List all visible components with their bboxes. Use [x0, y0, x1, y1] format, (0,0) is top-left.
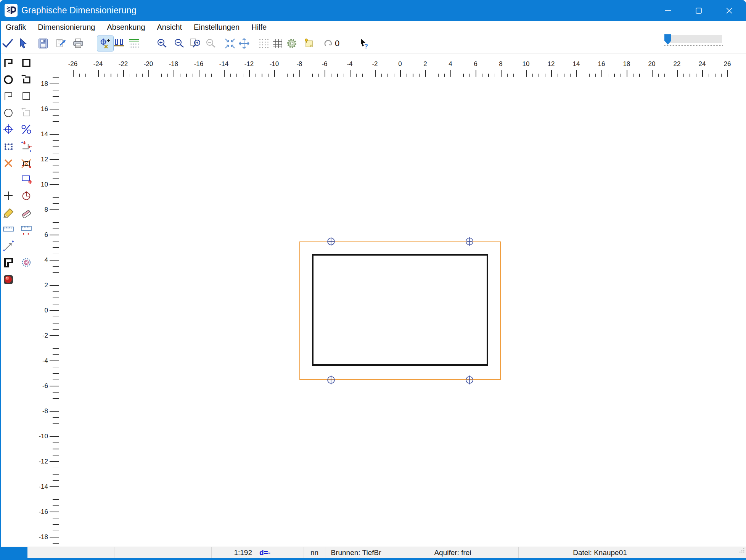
- region-redraw-bold-tool[interactable]: [20, 73, 33, 86]
- v-ruler-tick: [53, 304, 59, 305]
- menu-hilfe[interactable]: Hilfe: [246, 23, 272, 32]
- selection-rect-tool[interactable]: [2, 140, 15, 153]
- notes-tag-button[interactable]: [302, 37, 315, 50]
- h-ruler-tick: [394, 74, 395, 77]
- grid-dots-button[interactable]: [257, 37, 270, 50]
- eraser-tool[interactable]: [20, 207, 33, 220]
- zoom-slider-track[interactable]: [667, 35, 722, 43]
- close-button[interactable]: [720, 0, 738, 21]
- pencil-tool[interactable]: [2, 207, 15, 220]
- well-marker[interactable]: [462, 372, 477, 388]
- v-ruler-tick: [53, 367, 59, 368]
- rect-bold-tool[interactable]: [20, 56, 33, 69]
- pan-target-button[interactable]: [97, 35, 114, 51]
- h-ruler-label: 16: [598, 60, 605, 68]
- ruler-red-marks-tool[interactable]: [20, 223, 33, 236]
- h-ruler-label: 24: [699, 60, 706, 68]
- zoom-in-button[interactable]: [156, 37, 169, 50]
- v-ruler-tick: [53, 241, 59, 242]
- node-move-arrows-tool[interactable]: [20, 140, 33, 153]
- ruler-tool[interactable]: [2, 223, 15, 236]
- fit-view-button[interactable]: [223, 37, 236, 50]
- well-marker[interactable]: [323, 372, 339, 388]
- h-ruler-label: 18: [623, 60, 630, 68]
- h-ruler-tick: [457, 74, 458, 77]
- h-ruler-label: -24: [93, 60, 103, 68]
- h-ruler-tick: [85, 74, 86, 77]
- menu-grafik[interactable]: Grafik: [1, 23, 31, 32]
- soil-section-button[interactable]: [128, 37, 141, 50]
- move-view-button[interactable]: [238, 37, 251, 50]
- select-cursor-button[interactable]: [16, 37, 29, 50]
- polyline-bold-tool[interactable]: [2, 56, 15, 69]
- menu-einstellungen[interactable]: Einstellungen: [189, 23, 244, 32]
- h-ruler-label: 8: [499, 60, 502, 68]
- h-ruler-label: -10: [270, 60, 279, 68]
- h-ruler-tick: [608, 74, 609, 77]
- gear-ring-tool[interactable]: [20, 256, 33, 269]
- h-ruler-label: -26: [68, 60, 78, 68]
- h-ruler-tick: [130, 74, 130, 77]
- h-ruler-tick: [709, 74, 709, 77]
- h-ruler-tick: [142, 74, 143, 77]
- well-dam-button[interactable]: [113, 37, 125, 50]
- h-ruler-tick: [469, 74, 470, 77]
- well-target-tool[interactable]: [2, 123, 15, 136]
- add-rect-tool[interactable]: [20, 172, 33, 185]
- h-ruler-tick: [350, 70, 350, 77]
- h-ruler-label: 4: [449, 60, 452, 68]
- v-ruler-tick: [50, 109, 59, 109]
- rotate-button[interactable]: [322, 37, 334, 50]
- statusbar-empty-2: [78, 547, 114, 558]
- h-ruler-tick: [375, 70, 376, 77]
- save-button[interactable]: [37, 37, 50, 50]
- h-ruler-tick: [520, 74, 521, 77]
- plot-area-rect[interactable]: [312, 254, 488, 366]
- v-ruler-tick: [50, 310, 59, 311]
- maximize-button[interactable]: [690, 0, 707, 21]
- v-ruler-tick: [53, 298, 59, 298]
- v-ruler-tick: [53, 153, 59, 154]
- window-bottom-border: [0, 558, 746, 560]
- unlink-circles-tool[interactable]: [20, 123, 33, 136]
- h-ruler-tick: [526, 70, 527, 77]
- delete-rect-tool[interactable]: [20, 157, 33, 170]
- v-ruler-tick: [50, 260, 59, 261]
- menu-ansicht[interactable]: Ansicht: [152, 23, 187, 32]
- h-ruler-tick: [419, 74, 420, 77]
- statusbar-file: Datei: Knaupe01: [519, 547, 746, 558]
- circle-thin-tool[interactable]: [2, 106, 15, 119]
- confirm-check-button[interactable]: [1, 37, 14, 50]
- v-ruler-tick: [53, 392, 59, 393]
- h-ruler-tick: [211, 74, 212, 77]
- well-marker[interactable]: [323, 234, 339, 249]
- export-button[interactable]: [55, 37, 68, 50]
- h-ruler-label: 14: [573, 60, 580, 68]
- circle-bold-tool[interactable]: [2, 73, 15, 86]
- polyline-thin-tool[interactable]: [2, 90, 15, 103]
- corner-shape-tool[interactable]: [2, 256, 15, 269]
- h-ruler-tick: [413, 74, 413, 77]
- help-cursor-button[interactable]: ?: [356, 37, 369, 50]
- menu-absenkung[interactable]: Absenkung: [102, 23, 150, 32]
- menu-dimensionierung[interactable]: Dimensionierung: [33, 23, 100, 32]
- resize-diagonal-arrow-tool[interactable]: [2, 240, 15, 253]
- settings-gear-button[interactable]: [285, 37, 298, 50]
- v-ruler-tick: [53, 140, 59, 141]
- print-button[interactable]: [72, 37, 85, 50]
- grid-lines-button[interactable]: [271, 37, 284, 50]
- stop-red-ball-tool[interactable]: [2, 273, 15, 286]
- rotate-clock-tool[interactable]: [20, 189, 33, 202]
- well-marker[interactable]: [462, 234, 477, 249]
- h-ruler-tick: [218, 74, 219, 77]
- zoom-window-button[interactable]: [189, 37, 202, 50]
- h-ruler-tick: [576, 70, 577, 77]
- crosshair-tool[interactable]: [2, 189, 15, 202]
- zoom-out-button[interactable]: [173, 37, 186, 50]
- h-ruler-tick: [344, 74, 344, 77]
- delete-x-tool[interactable]: [2, 157, 15, 170]
- rect-thin-tool[interactable]: [20, 90, 33, 103]
- resize-grip[interactable]: [739, 547, 745, 555]
- minimize-button[interactable]: [659, 0, 677, 21]
- drawing-canvas[interactable]: [59, 78, 746, 547]
